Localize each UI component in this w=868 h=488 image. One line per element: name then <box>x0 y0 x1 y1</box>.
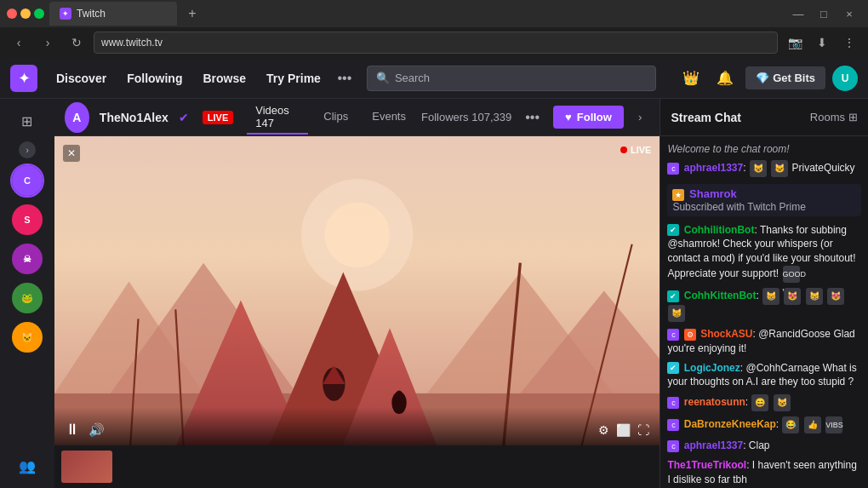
emote-k2: 😻 <box>784 288 801 305</box>
tab-events[interactable]: Events <box>363 106 414 128</box>
thumbnail-image[interactable] <box>61 451 112 483</box>
chat-message-aphrael2: c aphrael1337: Clap <box>667 439 861 453</box>
heart-icon: ♥ <box>565 111 572 123</box>
live-badge: LIVE <box>203 111 233 124</box>
channel-avatar-2[interactable]: S <box>10 203 44 237</box>
theatre-button[interactable]: ⬜ <box>616 423 631 437</box>
back-button[interactable]: ‹ <box>7 31 31 55</box>
nav-following[interactable]: Following <box>118 66 191 90</box>
channel-more-button[interactable]: ••• <box>518 106 546 129</box>
nav-more-button[interactable]: ••• <box>333 66 357 90</box>
close-traffic-light[interactable] <box>7 9 17 19</box>
emote-k1: 😸 <box>762 288 779 305</box>
badge-shock2: ⚙ <box>684 329 696 341</box>
play-pause-button[interactable]: ⏸ <box>65 421 80 439</box>
grid-view-button[interactable]: ⊞ <box>12 106 43 136</box>
address-bar[interactable]: www.twitch.tv <box>94 32 778 54</box>
game-svg <box>54 136 660 445</box>
username-aphrael2: aphrael1337 <box>684 439 743 451</box>
follow-button[interactable]: ♥ Follow <box>553 106 624 129</box>
verified-icon: ✔ <box>179 111 189 124</box>
search-container: 🔍 Search <box>367 66 656 91</box>
expand-button[interactable]: › <box>631 106 650 129</box>
bell-icon[interactable]: 🔔 <box>711 65 739 92</box>
emote-k3: 😸 <box>806 288 823 305</box>
chat-title: Stream Chat <box>671 111 740 124</box>
secondary-user: PrivateQuicky <box>792 162 855 174</box>
left-sidebar: ⊞ › C S ☠ 🐸 🐱 👥 <box>0 99 54 488</box>
forward-button[interactable]: › <box>36 31 60 55</box>
emote-1: 😺 <box>750 160 767 177</box>
video-background <box>54 136 660 445</box>
channel-name: TheNo1Alex <box>100 111 168 124</box>
nav-browse[interactable]: Browse <box>194 66 254 90</box>
follow-label: Follow <box>577 111 612 123</box>
thumbnail-bar <box>54 445 660 488</box>
browser-titlebar: ✦ Twitch + — □ × <box>0 0 868 27</box>
close-button[interactable]: × <box>837 2 861 26</box>
maximize-traffic-light[interactable] <box>34 9 44 19</box>
tab-title: Twitch <box>77 8 106 20</box>
search-box[interactable]: 🔍 Search <box>367 66 656 91</box>
tab-clips[interactable]: Clips <box>315 106 357 128</box>
chat-message-shockasu: c ⚙ ShockASU: @RancidGoose Glad you're e… <box>667 327 861 356</box>
live-text: LIVE <box>631 145 651 155</box>
aphrael2-msg: Clap <box>749 439 770 451</box>
username-shock: ShockASU <box>700 328 752 340</box>
badge-bronze: c <box>667 419 679 431</box>
crown-icon[interactable]: 👑 <box>677 65 705 92</box>
get-bits-button[interactable]: 💎 Get Bits <box>745 66 825 89</box>
emote-reena: 😄 <box>751 394 768 411</box>
chat-message-kittenbot: ✔ CohhKittenBot: 😸 😻 😸 😻 😸 <box>667 288 861 322</box>
users-icon[interactable]: 👥 <box>12 451 43 481</box>
window-controls: — □ × <box>786 2 861 26</box>
channel-avatar-4[interactable]: 🐸 <box>10 281 44 315</box>
chat-message-trikool: The1TrueTrikool: I haven't seen anything… <box>667 458 861 487</box>
channel-avatar-5[interactable]: 🐱 <box>10 320 44 354</box>
rooms-icon: ⊞ <box>848 111 858 123</box>
minimize-button[interactable]: — <box>786 2 810 26</box>
new-tab-button[interactable]: + <box>182 3 203 24</box>
settings-button[interactable]: ⚙ <box>598 423 609 437</box>
maximize-button[interactable]: □ <box>812 2 836 26</box>
channel-avatar-1[interactable]: C <box>10 164 44 198</box>
video-player[interactable]: ✕ LIVE ⏸ 🔊 ⚙ ⬜ ⛶ <box>54 136 660 445</box>
camera-icon[interactable]: 📷 <box>783 31 807 55</box>
nav-try-prime[interactable]: Try Prime <box>258 66 329 90</box>
volume-button[interactable]: 🔊 <box>89 422 105 438</box>
traffic-lights <box>7 9 44 19</box>
chat-message-reena: c reenatosunn: 😄 😺 <box>667 394 861 411</box>
emote-reena2: 😺 <box>774 394 791 411</box>
twitch-navbar: ✦ Discover Following Browse Try Prime ••… <box>0 58 868 99</box>
nav-discover[interactable]: Discover <box>48 66 115 90</box>
refresh-button[interactable]: ↻ <box>65 31 89 55</box>
sub-text: Subscribed with Twitch Prime <box>672 201 856 213</box>
video-column: A TheNo1Alex ✔ LIVE Videos 147 Clips Eve… <box>54 99 660 488</box>
browser-tab[interactable]: ✦ Twitch <box>49 2 177 26</box>
emote-bronze3: VIBS <box>825 416 842 433</box>
url-text: www.twitch.tv <box>101 37 163 49</box>
username-trikool: The1TrueTrikool <box>667 459 746 471</box>
badge-kitten: ✔ <box>667 290 679 302</box>
rooms-button[interactable]: Rooms ⊞ <box>810 111 858 123</box>
gem-icon: 💎 <box>756 72 769 84</box>
channel-area: ⊞ › C S ☠ 🐸 🐱 👥 <box>0 99 868 488</box>
collapse-arrow[interactable]: › <box>19 141 36 158</box>
minimize-traffic-light[interactable] <box>20 9 31 19</box>
tab-videos[interactable]: Videos 147 <box>247 100 308 135</box>
menu-icon[interactable]: ⋮ <box>837 31 861 55</box>
user-avatar[interactable]: U <box>832 66 858 91</box>
username-logic: LogicJonez <box>684 362 740 374</box>
close-overlay-button[interactable]: ✕ <box>63 145 80 162</box>
channel-avatar-3[interactable]: ☠ <box>10 242 44 276</box>
download-icon[interactable]: ⬇ <box>810 31 834 55</box>
chat-header: Stream Chat Rooms ⊞ <box>660 99 868 136</box>
chat-message-logicjonez: ✔ LogicJonez: @CohhCarnage What is your … <box>667 361 861 390</box>
svg-point-18 <box>396 391 403 400</box>
emote-bronze1: 😂 <box>782 416 799 433</box>
sub-message-shamrok: ★ Shamrok Subscribed with Twitch Prime <box>667 184 861 216</box>
channel-header: A TheNo1Alex ✔ LIVE Videos 147 Clips Eve… <box>54 99 660 136</box>
chat-message-bot: ✔ CohhilitionBot: Thanks for subbing @sh… <box>667 223 861 283</box>
fullscreen-button[interactable]: ⛶ <box>637 423 649 437</box>
username-reena: reenatosunn <box>684 396 745 408</box>
